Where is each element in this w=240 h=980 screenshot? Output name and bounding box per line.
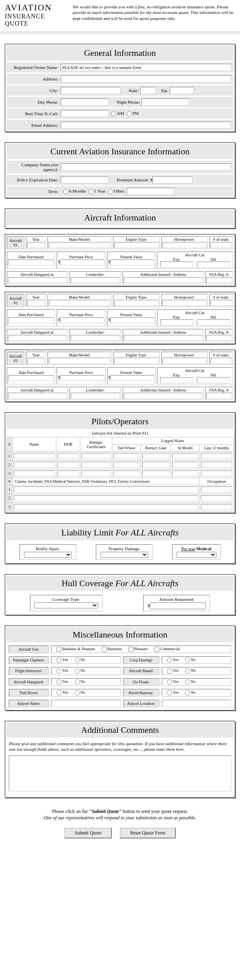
use-c[interactable]: Commercial bbox=[152, 647, 180, 652]
based-no[interactable]: No bbox=[182, 668, 196, 673]
charter-yes[interactable]: Yes bbox=[54, 657, 68, 663]
airport-name-input[interactable] bbox=[51, 700, 121, 707]
crop-yes[interactable]: Yes bbox=[165, 657, 179, 663]
amount-input[interactable] bbox=[150, 602, 206, 609]
pilot-tail-input[interactable] bbox=[113, 453, 139, 459]
exp-input[interactable] bbox=[160, 262, 193, 268]
use-bp[interactable]: Business & Pleasure bbox=[54, 647, 95, 652]
pilot-claims-input[interactable] bbox=[14, 504, 198, 510]
hp-input[interactable] bbox=[163, 242, 206, 248]
pilot-inmodel-input[interactable] bbox=[172, 470, 198, 476]
seats-input[interactable] bbox=[210, 300, 232, 306]
addins-input[interactable] bbox=[124, 277, 202, 283]
engine-input[interactable] bbox=[114, 358, 158, 364]
floats-yes[interactable]: Yes bbox=[165, 679, 179, 685]
value-input[interactable] bbox=[110, 375, 154, 381]
term-1year[interactable]: 1 Year bbox=[86, 189, 105, 194]
make-input[interactable] bbox=[49, 242, 110, 248]
pilot-ratings-input[interactable] bbox=[81, 470, 111, 476]
pilot-last12-input[interactable] bbox=[201, 470, 232, 476]
make-input[interactable] bbox=[49, 300, 110, 306]
pilot-ratings-input[interactable] bbox=[81, 462, 111, 468]
lien-input[interactable] bbox=[71, 393, 120, 399]
value-input[interactable] bbox=[110, 317, 154, 323]
airport-loc-input[interactable] bbox=[162, 700, 232, 707]
pilot-tail-input[interactable] bbox=[113, 462, 139, 468]
price-input[interactable] bbox=[60, 317, 104, 323]
hp-input[interactable] bbox=[163, 358, 206, 364]
dayphone-input[interactable] bbox=[61, 98, 109, 106]
hang-yes[interactable]: Yes bbox=[54, 679, 68, 685]
coverage-type-select[interactable] bbox=[34, 602, 98, 608]
purchased-input[interactable] bbox=[8, 260, 54, 266]
nightphone-input[interactable] bbox=[141, 98, 189, 106]
pilot-ratings-input[interactable] bbox=[81, 453, 111, 459]
pilot-occ-input[interactable] bbox=[201, 486, 232, 492]
year-input[interactable] bbox=[27, 242, 45, 248]
submit-button[interactable]: Submit Quote bbox=[64, 828, 112, 838]
pilot-name-input[interactable] bbox=[14, 462, 55, 468]
pilot-retract-input[interactable] bbox=[142, 453, 169, 459]
city-input[interactable] bbox=[61, 87, 121, 94]
pilot-retract-input[interactable] bbox=[142, 462, 169, 468]
company-input[interactable] bbox=[61, 163, 231, 171]
term-other[interactable]: Other: bbox=[105, 189, 125, 194]
pilot-dob-input[interactable] bbox=[58, 453, 79, 459]
term-other-input[interactable] bbox=[127, 188, 175, 195]
floats-no[interactable]: No bbox=[182, 679, 196, 685]
use-b[interactable]: Business bbox=[99, 647, 122, 652]
pilot-retract-input[interactable] bbox=[142, 470, 169, 476]
zip-input[interactable] bbox=[170, 87, 194, 94]
term-6months[interactable]: 6 Months bbox=[61, 189, 86, 194]
comments-textarea[interactable] bbox=[9, 756, 231, 791]
state-input[interactable] bbox=[140, 87, 156, 94]
pilot-last12-input[interactable] bbox=[201, 462, 232, 468]
exp-input[interactable] bbox=[160, 377, 193, 383]
pilot-dob-input[interactable] bbox=[58, 470, 79, 476]
paved-no[interactable]: No bbox=[182, 690, 196, 695]
bodily-injury-select[interactable] bbox=[24, 552, 72, 558]
seats-input[interactable] bbox=[210, 242, 232, 248]
engine-input[interactable] bbox=[114, 242, 158, 248]
pilot-name-input[interactable] bbox=[14, 470, 55, 476]
pilot-last12-input[interactable] bbox=[201, 453, 232, 459]
pilot-occ-input[interactable] bbox=[201, 504, 232, 510]
faa-input[interactable] bbox=[206, 335, 232, 341]
hp-input[interactable] bbox=[163, 300, 206, 306]
crop-no[interactable]: No bbox=[182, 657, 196, 663]
lien-input[interactable] bbox=[71, 335, 120, 341]
charter-no[interactable]: No bbox=[72, 657, 85, 663]
pilot-occ-input[interactable] bbox=[201, 495, 232, 501]
seats-input[interactable] bbox=[210, 358, 232, 364]
year-input[interactable] bbox=[27, 300, 45, 306]
make-input[interactable] bbox=[49, 358, 110, 364]
pilot-dob-input[interactable] bbox=[58, 462, 79, 468]
policy-input[interactable] bbox=[61, 176, 109, 183]
engine-input[interactable] bbox=[114, 300, 158, 306]
medical-select[interactable] bbox=[177, 552, 216, 558]
std-input[interactable] bbox=[197, 262, 230, 268]
faa-input[interactable] bbox=[206, 277, 232, 283]
use-p[interactable]: Pleasure bbox=[126, 647, 148, 652]
hang-no[interactable]: No bbox=[72, 679, 85, 685]
besttime-input[interactable] bbox=[61, 110, 109, 117]
property-damage-select[interactable] bbox=[100, 552, 148, 558]
faa-input[interactable] bbox=[206, 393, 232, 399]
hangared-input[interactable] bbox=[8, 335, 67, 341]
tied-no[interactable]: No bbox=[72, 690, 85, 695]
pilot-claims-input[interactable] bbox=[14, 486, 198, 492]
pilot-claims-input[interactable] bbox=[14, 495, 198, 501]
premium-input[interactable] bbox=[153, 176, 192, 183]
pilot-inmodel-input[interactable] bbox=[172, 453, 198, 459]
owner-input[interactable] bbox=[61, 64, 231, 71]
based-yes[interactable]: Yes bbox=[165, 668, 179, 673]
purchased-input[interactable] bbox=[8, 375, 54, 381]
email-input[interactable] bbox=[61, 122, 231, 129]
pilot-inmodel-input[interactable] bbox=[172, 462, 198, 468]
addins-input[interactable] bbox=[124, 393, 202, 399]
reset-button[interactable]: Reset Quote Form bbox=[120, 828, 176, 838]
hangared-input[interactable] bbox=[8, 277, 67, 283]
std-input[interactable] bbox=[197, 319, 230, 325]
lien-input[interactable] bbox=[71, 277, 120, 283]
instr-no[interactable]: No bbox=[72, 668, 85, 673]
